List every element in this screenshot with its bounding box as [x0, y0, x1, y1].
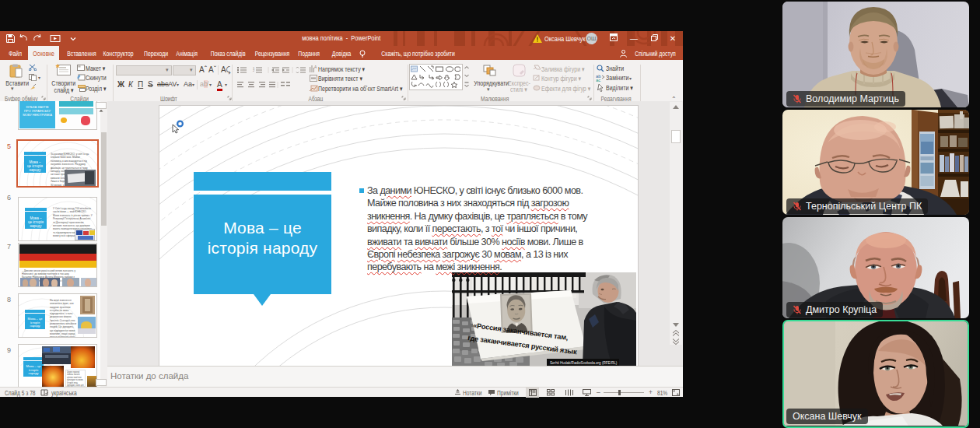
svg-text:Serhii Hudak/RadioSvoboda.org: Serhii Hudak/RadioSvoboda.org (RFE/RL)	[550, 361, 618, 365]
svg-text:ac: ac	[596, 78, 600, 82]
svg-text:A: A	[314, 65, 317, 69]
svg-text:2: 2	[253, 68, 255, 72]
